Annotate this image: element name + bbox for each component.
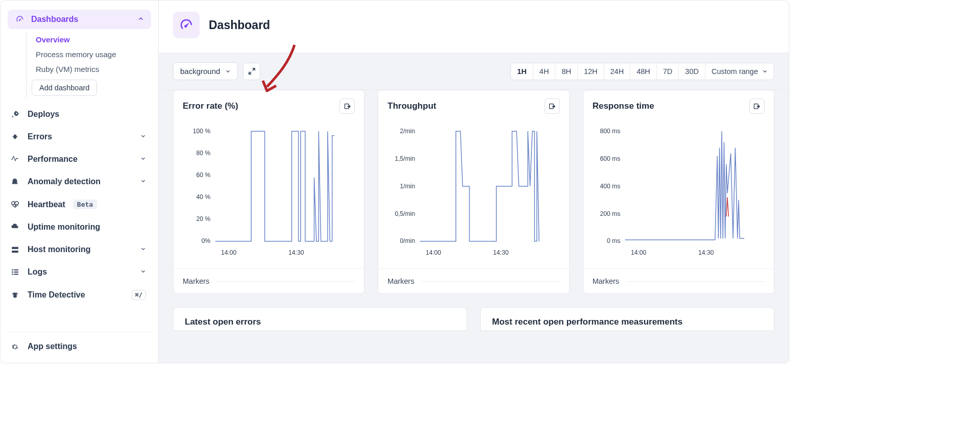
server-icon	[10, 245, 20, 254]
nav-logs[interactable]: Logs	[8, 261, 151, 283]
svg-rect-7	[14, 274, 18, 275]
divider	[422, 281, 560, 282]
subnav-process-memory[interactable]: Process memory usage	[33, 47, 151, 62]
nav-deploys[interactable]: Deploys	[8, 103, 151, 126]
nav-label: Deploys	[28, 110, 59, 119]
card-title: Throughput	[387, 101, 436, 111]
export-button[interactable]	[545, 98, 560, 114]
heart-icon	[10, 200, 20, 209]
nav-label: Time Detective	[28, 290, 85, 300]
page-title: Dashboard	[209, 18, 270, 32]
card-title: Error rate (%)	[183, 101, 238, 111]
chart-response-time: 800 ms600 ms400 ms200 ms0 ms14:0014:30	[593, 122, 765, 265]
svg-text:0%: 0%	[202, 237, 211, 244]
namespace-value: background	[180, 67, 220, 76]
nav-label: Uptime monitoring	[28, 222, 100, 232]
svg-text:14:30: 14:30	[698, 249, 714, 256]
dashboard-icon	[173, 12, 200, 38]
svg-rect-3	[14, 269, 18, 270]
nav-app-settings[interactable]: App settings	[8, 335, 151, 358]
alert-icon	[10, 177, 20, 186]
toolbar: background 1H 4H 8H 12H 24H 48H 7D	[159, 53, 789, 90]
svg-text:1/min: 1/min	[400, 183, 415, 190]
svg-rect-1	[12, 250, 18, 252]
chevron-down-icon	[762, 67, 768, 76]
logs-icon	[10, 268, 20, 277]
beta-badge: Beta	[73, 200, 97, 209]
markers-label: Markers	[387, 277, 414, 285]
svg-rect-6	[12, 274, 13, 275]
card-recent-performance: Most recent open performance measurement…	[480, 307, 774, 331]
uptime-icon	[10, 223, 20, 232]
time-range-4h[interactable]: 4H	[533, 63, 556, 80]
nav-uptime[interactable]: Uptime monitoring	[8, 216, 151, 238]
nav-errors[interactable]: Errors	[8, 126, 151, 148]
svg-text:200 ms: 200 ms	[600, 210, 620, 217]
chevron-down-icon	[225, 67, 231, 76]
time-range-8h[interactable]: 8H	[555, 63, 578, 80]
svg-rect-4	[12, 271, 13, 273]
rocket-icon	[10, 110, 20, 119]
svg-text:600 ms: 600 ms	[600, 155, 620, 162]
nav-label: Host monitoring	[28, 245, 91, 254]
time-range-24h[interactable]: 24H	[604, 63, 631, 80]
divider	[626, 281, 765, 282]
nav-dashboards-subnav: Overview Process memory usage Ruby (VM) …	[26, 32, 151, 98]
svg-point-8	[13, 294, 16, 298]
add-dashboard-button[interactable]: Add dashboard	[32, 80, 97, 96]
sidebar: Dashboards Overview Process memory usage…	[1, 1, 159, 363]
card-latest-errors: Latest open errors	[173, 307, 467, 331]
svg-text:14:00: 14:00	[221, 249, 237, 256]
svg-text:14:00: 14:00	[426, 249, 442, 256]
svg-text:100 %: 100 %	[193, 128, 211, 135]
nav-label: App settings	[28, 342, 77, 351]
nav-dashboards-toggle[interactable]: Dashboards	[8, 10, 151, 29]
nav-time-detective[interactable]: Time Detective ⌘/	[8, 283, 151, 307]
time-range-48h[interactable]: 48H	[630, 63, 657, 80]
main: Dashboard background 1H 4H 8H	[159, 1, 789, 363]
time-range-custom[interactable]: Custom range	[705, 63, 774, 80]
svg-text:0 ms: 0 ms	[607, 237, 620, 244]
card-title: Most recent open performance measurement…	[492, 317, 763, 327]
chart-error-rate: 100 %80 %60 %40 %20 %0%14:0014:30	[183, 122, 355, 265]
card-throughput: Throughput 2/min1,5/min1/min0,5/min0/min…	[378, 90, 569, 294]
keyboard-shortcut: ⌘/	[132, 290, 146, 300]
svg-text:1,5/min: 1,5/min	[395, 155, 415, 162]
gauge-icon	[15, 15, 25, 24]
svg-rect-0	[12, 246, 18, 249]
svg-text:80 %: 80 %	[197, 150, 211, 157]
time-range-30d[interactable]: 30D	[679, 63, 705, 80]
time-range-1h[interactable]: 1H	[511, 63, 533, 80]
nav-host-monitoring[interactable]: Host monitoring	[8, 238, 151, 261]
svg-rect-2	[12, 269, 13, 270]
svg-text:20 %: 20 %	[197, 215, 211, 222]
card-response-time: Response time 800 ms600 ms400 ms200 ms0 …	[583, 90, 774, 294]
export-button[interactable]	[339, 98, 355, 114]
expand-button[interactable]	[243, 63, 260, 80]
svg-text:14:00: 14:00	[631, 249, 647, 256]
nav-label: Anomaly detection	[28, 177, 101, 186]
detective-icon	[10, 291, 20, 300]
page-header: Dashboard	[159, 1, 789, 53]
time-range-7d[interactable]: 7D	[657, 63, 679, 80]
export-button[interactable]	[749, 98, 765, 114]
divider	[216, 281, 355, 282]
time-range-12h[interactable]: 12H	[578, 63, 604, 80]
subnav-ruby-vm[interactable]: Ruby (VM) metrics	[33, 62, 151, 77]
time-range-group: 1H 4H 8H 12H 24H 48H 7D 30D Custom range	[510, 63, 774, 80]
speed-icon	[10, 155, 20, 164]
markers-label: Markers	[183, 277, 209, 285]
nav-anomaly-detection[interactable]: Anomaly detection	[8, 170, 151, 193]
subnav-overview[interactable]: Overview	[33, 32, 151, 47]
card-title: Latest open errors	[185, 317, 455, 327]
svg-text:14:30: 14:30	[288, 249, 304, 256]
chevron-down-icon	[140, 178, 146, 185]
svg-text:400 ms: 400 ms	[600, 183, 620, 190]
nav-label: Performance	[28, 155, 78, 164]
svg-text:60 %: 60 %	[197, 171, 211, 179]
namespace-select[interactable]: background	[173, 62, 238, 80]
nav-performance[interactable]: Performance	[8, 148, 151, 170]
nav-label: Heartbeat	[28, 200, 65, 209]
svg-text:800 ms: 800 ms	[600, 128, 620, 135]
nav-heartbeat[interactable]: Heartbeat Beta	[8, 193, 151, 216]
